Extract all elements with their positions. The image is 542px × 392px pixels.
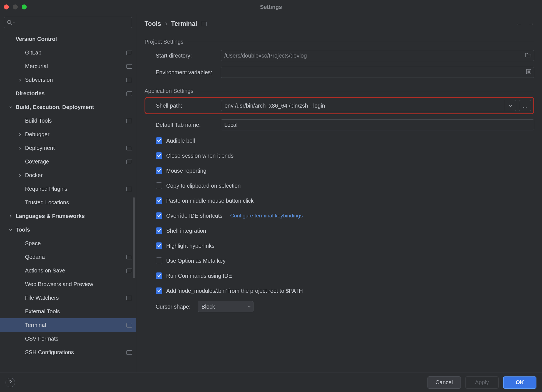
svg-point-0 [8, 20, 11, 24]
back-button[interactable]: ← [516, 20, 522, 28]
tree-item[interactable]: Build, Execution, Deployment [0, 100, 136, 114]
tree-item-label: CSV Formats [25, 336, 132, 342]
checkbox-label: Copy to clipboard on selection [166, 183, 241, 189]
browse-button[interactable]: … [519, 100, 531, 111]
checkbox[interactable] [156, 272, 162, 279]
minimize-window-button[interactable] [13, 4, 18, 9]
tree-item[interactable]: Build Tools [0, 114, 136, 128]
tree-item-label: Subversion [25, 77, 126, 83]
default-tab-label: Default Tab name: [145, 122, 217, 128]
search-input[interactable]: - [4, 17, 132, 28]
default-tab-value: Local [224, 122, 238, 128]
checkbox-row: Override IDE shortcutsConfigure terminal… [145, 208, 534, 223]
tree-item[interactable]: Directories [0, 87, 136, 100]
tree-item[interactable]: Required Plugins [0, 182, 136, 196]
project-scope-icon [126, 146, 132, 150]
zoom-window-button[interactable] [22, 4, 27, 9]
section-application-settings: Application Settings [145, 85, 534, 94]
section-title-label: Application Settings [145, 88, 193, 94]
project-scope-icon [126, 255, 132, 259]
apply-button[interactable]: Apply [465, 376, 499, 389]
tree-item[interactable]: GitLab [0, 46, 136, 59]
tree-item[interactable]: File Watchers [0, 291, 136, 305]
tree-item[interactable]: Docker [0, 168, 136, 182]
tree-item[interactable]: CSV Formats [0, 332, 136, 346]
tree-item[interactable]: Trusted Locations [0, 196, 136, 209]
tree-item[interactable]: Coverage [0, 155, 136, 168]
checkbox[interactable] [156, 152, 162, 159]
tree-item[interactable]: Space [0, 237, 136, 250]
cancel-button[interactable]: Cancel [427, 376, 461, 389]
folder-icon[interactable] [525, 53, 531, 59]
env-vars-input[interactable] [221, 67, 534, 78]
checkbox[interactable] [156, 137, 162, 144]
tree-item[interactable]: Actions on Save [0, 264, 136, 277]
chevron-right-icon[interactable] [8, 214, 13, 219]
list-icon[interactable] [526, 69, 531, 76]
tree-item[interactable]: Mercurial [0, 59, 136, 73]
chevron-down-icon[interactable] [8, 227, 13, 233]
start-directory-input[interactable]: /Users/doublexso/Projects/devlog [221, 50, 534, 61]
checkbox[interactable] [156, 212, 162, 219]
settings-tree[interactable]: Version ControlGitLabMercurialSubversion… [0, 32, 136, 373]
tree-item-label: Coverage [25, 158, 126, 165]
project-scope-icon [126, 323, 132, 328]
tree-item[interactable]: SSH Configurations [0, 346, 136, 359]
scrollbar-thumb[interactable] [133, 197, 135, 278]
chevron-down-icon [247, 304, 251, 310]
checkbox[interactable] [156, 182, 162, 189]
tree-item[interactable]: Languages & Frameworks [0, 209, 136, 223]
checkbox[interactable] [156, 197, 162, 204]
tree-item[interactable]: Subversion [0, 73, 136, 87]
tree-item[interactable]: Web Browsers and Preview [0, 277, 136, 291]
tree-item[interactable]: Terminal [0, 318, 136, 332]
help-button[interactable]: ? [6, 378, 15, 387]
start-directory-label: Start directory: [145, 53, 217, 59]
configure-keybindings-link[interactable]: Configure terminal keybindings [230, 213, 303, 219]
tree-item-label: Terminal [25, 322, 126, 328]
forward-button[interactable]: → [528, 20, 534, 28]
tree-item[interactable]: Debugger [0, 128, 136, 141]
section-title-label: Project Settings [145, 39, 183, 45]
checkbox-row: Shell integration [145, 223, 534, 238]
shell-path-input[interactable]: env /usr/bin/arch -x86_64 /bin/zsh --log… [221, 100, 516, 111]
project-scope-icon [126, 78, 132, 82]
checkbox-row: Add 'node_modules/.bin' from the project… [145, 283, 534, 298]
breadcrumb-parent[interactable]: Tools [145, 20, 161, 28]
tree-item[interactable]: Deployment [0, 141, 136, 155]
tree-item-label: SSH Configurations [25, 349, 126, 356]
checkbox[interactable] [156, 287, 162, 294]
checkbox-label: Close session when it ends [166, 153, 233, 159]
titlebar: Settings [0, 0, 542, 14]
start-directory-value: /Users/doublexso/Projects/devlog [224, 53, 307, 59]
chevron-down-icon[interactable] [505, 100, 516, 111]
tree-item[interactable]: External Tools [0, 305, 136, 318]
project-scope-icon [126, 64, 132, 69]
chevron-right-icon[interactable] [17, 132, 23, 137]
ok-button[interactable]: OK [503, 376, 536, 389]
project-scope-icon [126, 51, 132, 55]
tree-item[interactable]: Qodana [0, 250, 136, 264]
tree-item-label: Actions on Save [25, 267, 126, 274]
cursor-shape-select[interactable]: Block [198, 301, 253, 312]
checkbox[interactable] [156, 167, 162, 174]
tree-item[interactable]: Version Control [0, 32, 136, 46]
breadcrumb: Tools › Terminal ← → [145, 20, 534, 28]
checkbox-row: Use Option as Meta key [145, 253, 534, 268]
chevron-right-icon[interactable] [17, 173, 23, 178]
checkbox[interactable] [156, 257, 162, 264]
checkbox-row: Copy to clipboard on selection [145, 178, 534, 193]
tree-item-label: GitLab [25, 49, 126, 56]
checkbox[interactable] [156, 227, 162, 234]
tree-item[interactable]: Tools [0, 223, 136, 237]
default-tab-input[interactable]: Local [221, 119, 534, 130]
chevron-right-icon[interactable] [17, 77, 23, 83]
chevron-right-icon[interactable] [17, 145, 23, 151]
shell-path-row: Shell path: env /usr/bin/arch -x86_64 /b… [145, 97, 534, 114]
chevron-down-icon[interactable] [8, 105, 13, 110]
close-window-button[interactable] [4, 4, 9, 9]
checkbox[interactable] [156, 242, 162, 249]
tree-item-label: Build, Execution, Deployment [16, 104, 132, 110]
tree-item-label: Qodana [25, 254, 126, 260]
section-project-settings: Project Settings [145, 36, 534, 45]
